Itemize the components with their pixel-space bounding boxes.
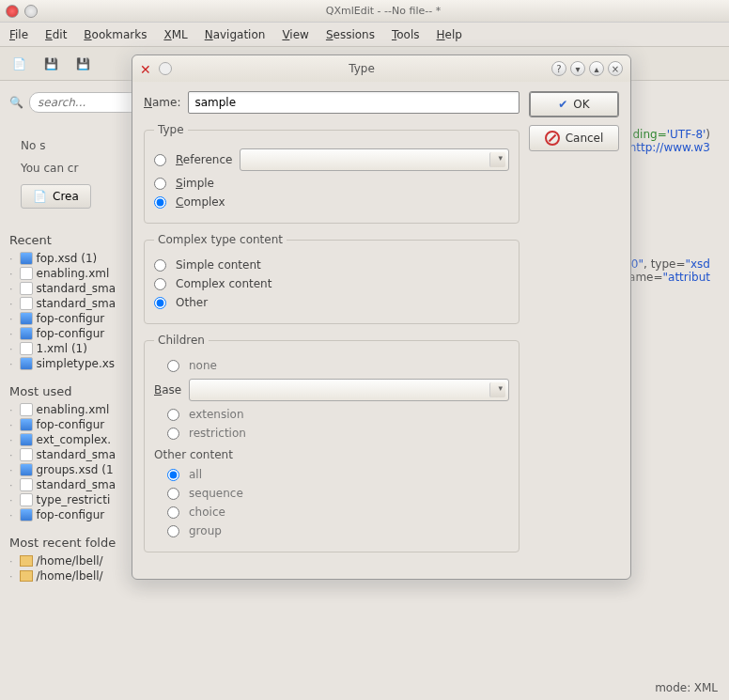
children-extension-radio[interactable] [167, 409, 179, 421]
oc-all-radio[interactable] [167, 469, 179, 481]
oc-all-label: all [189, 468, 202, 481]
ok-button[interactable]: ✔ OK [529, 91, 619, 117]
complex-content-fieldset: Complex type content Simple content Comp… [144, 233, 520, 324]
children-restriction-radio[interactable] [167, 428, 179, 440]
collapse-down-icon[interactable]: ▾ [570, 61, 585, 76]
oc-sequence-radio[interactable] [167, 488, 179, 500]
type-legend: Type [154, 123, 188, 136]
type-simple-label: Simple [176, 177, 214, 190]
ctc-complex-label: Complex content [176, 277, 271, 290]
name-input[interactable] [188, 91, 520, 114]
oc-sequence-label: sequence [189, 487, 243, 500]
base-label: Base [154, 383, 181, 397]
children-fieldset: Children none Base extension restriction… [144, 334, 520, 552]
oc-choice-label: choice [189, 506, 225, 519]
check-icon: ✔ [558, 98, 567, 111]
dialog-titlebar: ✕ Type ? ▾ ▴ × [132, 55, 630, 82]
children-legend: Children [154, 334, 209, 347]
ctc-other-radio[interactable] [154, 297, 166, 309]
oc-choice-radio[interactable] [167, 506, 179, 519]
dialog-close-icon[interactable]: ✕ [140, 62, 153, 75]
collapse-up-icon[interactable]: ▴ [589, 61, 604, 76]
dialog-min-icon[interactable] [159, 62, 172, 75]
cancel-icon [545, 131, 560, 146]
type-reference-label: Reference [176, 153, 232, 166]
type-complex-label: Complex [176, 195, 225, 209]
reference-combo[interactable] [240, 148, 509, 171]
ctc-legend: Complex type content [154, 233, 287, 246]
base-combo[interactable] [189, 379, 509, 401]
cancel-button[interactable]: Cancel [529, 125, 619, 151]
children-none-label: none [189, 359, 217, 372]
children-restriction-label: restriction [189, 427, 246, 440]
ctc-simple-label: Simple content [176, 258, 261, 272]
ctc-other-label: Other [176, 296, 208, 309]
children-none-radio[interactable] [167, 360, 179, 372]
oc-group-radio[interactable] [167, 525, 179, 537]
type-reference-radio[interactable] [154, 154, 166, 166]
name-label: Name: [144, 96, 180, 109]
type-fieldset: Type Reference Simple Complex [144, 123, 520, 224]
other-content-header: Other content [154, 448, 509, 461]
ok-label: OK [573, 98, 589, 111]
ctc-complex-radio[interactable] [154, 278, 166, 290]
oc-group-label: group [189, 524, 222, 537]
dialog-x-icon[interactable]: × [608, 61, 623, 76]
type-simple-radio[interactable] [154, 178, 166, 190]
help-icon[interactable]: ? [551, 61, 566, 76]
type-complex-radio[interactable] [154, 196, 166, 209]
dialog-title: Type [178, 62, 546, 75]
dialog-overlay: ✕ Type ? ▾ ▴ × Name: Type Re [0, 0, 729, 700]
children-extension-label: extension [189, 408, 244, 421]
cancel-label: Cancel [566, 132, 604, 145]
type-dialog: ✕ Type ? ▾ ▴ × Name: Type Re [132, 54, 631, 580]
ctc-simple-radio[interactable] [154, 259, 166, 272]
